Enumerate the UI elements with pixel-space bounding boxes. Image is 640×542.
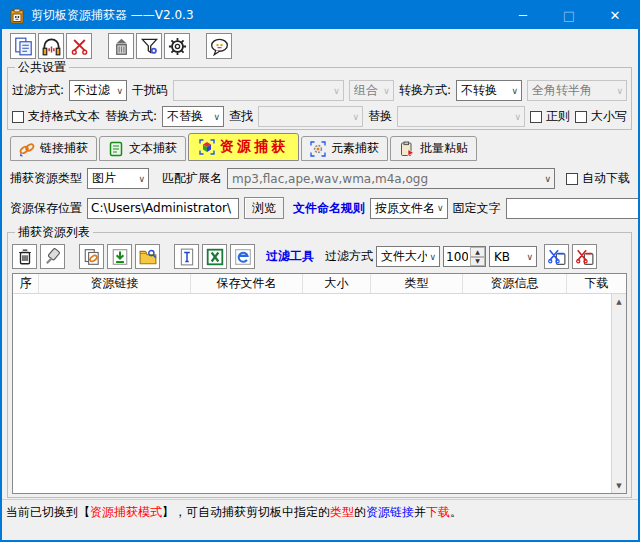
regex-checkbox[interactable]: 正则 (530, 108, 570, 125)
status-text: 当前已切换到【资源捕获模式】，可自动捕获剪切板中指定的类型的资源链接并下载。 (6, 505, 462, 519)
chevron-down-icon: ∨ (429, 252, 436, 262)
common-settings-legend: 公共设置 (15, 59, 69, 76)
maximize-button[interactable]: □ (546, 2, 592, 29)
naming-rule-link[interactable]: 文件命名规则 (293, 200, 365, 217)
combine-select: 组合∨ (349, 80, 394, 101)
paste-button[interactable] (10, 33, 36, 59)
status-segment: 并 (414, 505, 426, 519)
column-header-link[interactable]: 资源链接 (39, 274, 191, 293)
clear-clipboard-button[interactable] (108, 33, 134, 59)
convert-mode-label: 转换方式: (399, 82, 451, 99)
window-controls: ─ □ ✕ (500, 2, 638, 29)
browse-button[interactable]: 浏览 (244, 197, 284, 219)
scroll-up-button[interactable]: ▲ (612, 294, 626, 309)
export-text-button[interactable] (174, 244, 199, 269)
about-button[interactable] (206, 33, 232, 59)
delete-filtered-button[interactable] (572, 244, 597, 269)
replace-mode-label: 替换方式: (105, 108, 157, 125)
app-icon (9, 8, 25, 24)
chevron-down-icon: ∨ (138, 174, 145, 184)
extension-select[interactable]: mp3,flac,ape,wav,wma,m4a,ogg∨ (227, 168, 555, 189)
export-excel-icon (206, 248, 224, 266)
resource-type-select[interactable]: 图片∨ (87, 168, 149, 189)
case-checkbox[interactable]: 大小写 (575, 108, 627, 125)
auto-download-checkbox[interactable]: 自动下载 (566, 170, 630, 187)
about-icon (210, 37, 229, 56)
chevron-down-icon: ∨ (437, 203, 444, 213)
trash-icon (16, 248, 34, 266)
export-ie-button[interactable] (230, 244, 255, 269)
find-select: ∨ (258, 106, 363, 127)
stop-capture-button[interactable] (66, 33, 92, 59)
delete-all-button[interactable] (12, 244, 37, 269)
column-header-info[interactable]: 资源信息 (463, 274, 567, 293)
status-segment: 的 (354, 505, 366, 519)
resource-type-label: 捕获资源类型 (10, 170, 82, 187)
unit-select[interactable]: KB∨ (489, 246, 537, 267)
settings-button[interactable] (164, 33, 190, 59)
column-header-type[interactable]: 类型 (371, 274, 463, 293)
capture-tab-bar: 链接捕获 文本捕获 资源捕获 元素捕获 批量粘贴 (10, 133, 479, 161)
text-capture-icon (108, 141, 124, 157)
copy-links-icon (83, 248, 101, 266)
convert-mode-select[interactable]: 不转换∨ (456, 80, 522, 101)
tab-element-capture[interactable]: 元素捕获 (301, 136, 388, 161)
tab-text-capture[interactable]: 文本捕获 (99, 136, 186, 161)
minimize-button[interactable]: ─ (500, 2, 546, 29)
export-excel-button[interactable] (202, 244, 227, 269)
filter-mode-select[interactable]: 不过滤∨ (69, 80, 127, 101)
rich-text-checkbox[interactable]: 支持格式文本 (12, 108, 100, 125)
filter-cut-button[interactable] (544, 244, 569, 269)
column-header-index[interactable]: 序 (13, 274, 39, 293)
save-path-input[interactable] (87, 198, 239, 219)
filter-mode-label: 过滤方式: (12, 82, 64, 99)
filter-settings-icon (140, 37, 159, 56)
checkbox-icon (530, 111, 542, 123)
fixed-text-input[interactable] (506, 198, 640, 219)
chain-icon (19, 141, 35, 157)
tab-link-capture[interactable]: 链接捕获 (10, 136, 97, 161)
settings-icon (168, 37, 187, 56)
batch-paste-icon (399, 141, 415, 157)
resource-type-row: 捕获资源类型 图片∨ 匹配扩展名 mp3,flac,ape,wav,wma,m4… (10, 168, 630, 189)
clear-list-button[interactable] (40, 244, 65, 269)
spin-up-button[interactable]: ▲ (470, 247, 485, 257)
tab-batch-paste[interactable]: 批量粘贴 (390, 136, 477, 161)
element-capture-icon (310, 141, 326, 157)
column-header-size[interactable]: 大小 (303, 274, 371, 293)
copy-links-button[interactable] (79, 244, 104, 269)
scroll-down-button[interactable]: ▼ (612, 478, 626, 493)
resource-list-legend: 捕获资源列表 (15, 224, 93, 241)
resource-table: 序 资源链接 保存文件名 大小 类型 资源信息 下载 ▲ ▼ (12, 273, 627, 494)
vertical-scrollbar[interactable]: ▲ ▼ (611, 294, 626, 493)
naming-rule-select[interactable]: 按原文件名∨ (370, 198, 448, 219)
size-value-input[interactable] (444, 247, 470, 266)
close-button[interactable]: ✕ (592, 2, 638, 29)
column-header-filename[interactable]: 保存文件名 (191, 274, 303, 293)
export-ie-icon (234, 248, 252, 266)
app-window: 剪切板资源捕获器 ——V2.0.3 ─ □ ✕ 公共设置 过滤方式: 不过滤∨ … (0, 0, 640, 542)
tab-resource-capture[interactable]: 资源捕获 (188, 133, 299, 161)
chevron-down-icon: ∨ (352, 112, 359, 122)
size-filter-select[interactable]: 文件大小∨ (376, 246, 440, 267)
open-folder-button[interactable] (135, 244, 160, 269)
rgb-cube-icon (199, 139, 215, 155)
replace-mode-select[interactable]: 不替换∨ (162, 106, 224, 127)
column-header-download[interactable]: 下载 (567, 274, 626, 293)
chevron-down-icon: ∨ (514, 112, 521, 122)
title-bar: 剪切板资源捕获器 ——V2.0.3 ─ □ ✕ (2, 2, 638, 29)
status-segment: 。 (450, 505, 462, 519)
chevron-down-icon: ∨ (116, 86, 123, 96)
filter-cut-icon (548, 248, 566, 266)
fixed-text-label: 固定文字 (453, 200, 501, 217)
replace-select: ∨ (397, 106, 525, 127)
list-filter-mode-label: 过滤方式 (325, 248, 373, 265)
chevron-down-icon: ∨ (511, 86, 518, 96)
filter-settings-button[interactable] (136, 33, 162, 59)
spin-down-button[interactable]: ▼ (470, 257, 485, 267)
monitor-clipboard-button[interactable] (38, 33, 64, 59)
chevron-down-icon: ∨ (526, 252, 533, 262)
filter-tool-link[interactable]: 过滤工具 (266, 248, 314, 265)
list-toolbar: 过滤工具 过滤方式 文件大小∨ ▲▼ KB∨ (12, 244, 627, 269)
download-button[interactable] (107, 244, 132, 269)
